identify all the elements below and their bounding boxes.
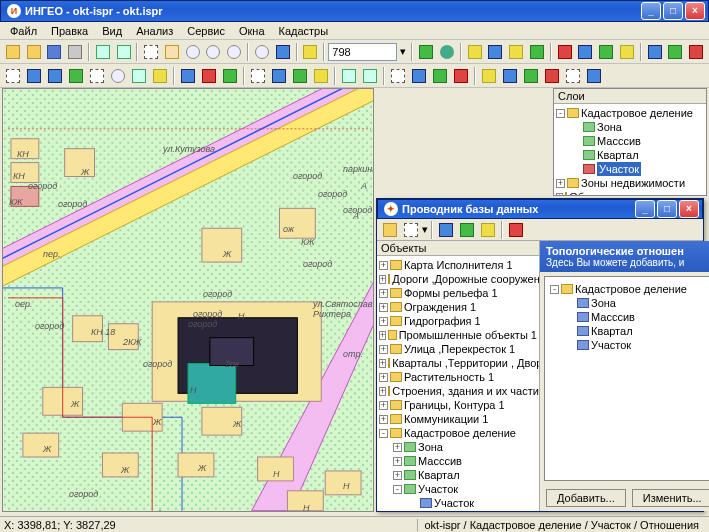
node-tool[interactable] bbox=[24, 66, 44, 86]
expand-icon[interactable]: + bbox=[556, 193, 563, 197]
relations-tree[interactable]: -Кадастровое делениеЗонаМасссивКварталУч… bbox=[544, 276, 709, 481]
menu-файл[interactable]: Файл bbox=[4, 24, 43, 38]
extend-tool[interactable] bbox=[220, 66, 240, 86]
child-maximize-button[interactable]: □ bbox=[657, 200, 677, 218]
db-cut-button[interactable] bbox=[478, 220, 498, 240]
arc-tool[interactable] bbox=[129, 66, 149, 86]
expand-icon[interactable]: + bbox=[393, 443, 402, 452]
ruler-tool[interactable] bbox=[301, 42, 321, 62]
tree-item[interactable]: +Коммуникации 1 bbox=[379, 412, 537, 426]
tool-k[interactable] bbox=[686, 42, 706, 62]
tree-item[interactable]: +Зона bbox=[379, 440, 537, 454]
expand-icon[interactable]: + bbox=[379, 359, 386, 368]
collapse-icon[interactable]: - bbox=[550, 285, 559, 294]
tree-item[interactable]: +Масссив bbox=[379, 454, 537, 468]
maximize-button[interactable]: □ bbox=[663, 2, 683, 20]
edit-i[interactable] bbox=[430, 66, 450, 86]
expand-icon[interactable]: + bbox=[379, 373, 388, 382]
map-canvas[interactable]: огородогородогородогородогородогородогор… bbox=[2, 88, 374, 512]
edit-c[interactable] bbox=[290, 66, 310, 86]
db-paste-button[interactable] bbox=[457, 220, 477, 240]
tree-item[interactable]: +Гидрография 1 bbox=[379, 314, 537, 328]
edit-k[interactable] bbox=[479, 66, 499, 86]
menu-вид[interactable]: Вид bbox=[96, 24, 128, 38]
edit-o[interactable] bbox=[563, 66, 583, 86]
tree-item[interactable]: +Ограждения 1 bbox=[379, 300, 537, 314]
expand-icon[interactable]: + bbox=[379, 317, 388, 326]
info-button[interactable] bbox=[437, 42, 457, 62]
tree-item[interactable]: +Строения, здания и их части 1 bbox=[379, 384, 537, 398]
dropdown-icon[interactable]: ▾ bbox=[398, 45, 408, 58]
layers-button[interactable] bbox=[416, 42, 436, 62]
layers-tree[interactable]: -Кадастровое делениеЗонаМасссивКварталУч… bbox=[554, 104, 706, 196]
tool-g[interactable] bbox=[596, 42, 616, 62]
edit-p[interactable] bbox=[584, 66, 604, 86]
zoom-out-tool[interactable] bbox=[204, 42, 224, 62]
tree-item[interactable]: +Растительность 1 bbox=[379, 370, 537, 384]
expand-icon[interactable]: + bbox=[379, 331, 386, 340]
tree-item[interactable]: Квартал bbox=[556, 148, 704, 162]
expand-icon[interactable]: + bbox=[379, 303, 388, 312]
edit-b[interactable] bbox=[269, 66, 289, 86]
tool-j[interactable] bbox=[665, 42, 685, 62]
menu-сервис[interactable]: Сервис bbox=[181, 24, 231, 38]
tree-item[interactable]: -Кадастровое деление bbox=[556, 106, 704, 120]
tool-i[interactable] bbox=[645, 42, 665, 62]
edit-g[interactable] bbox=[388, 66, 408, 86]
circle-tool[interactable] bbox=[108, 66, 128, 86]
scale-combo[interactable]: 798 bbox=[328, 43, 397, 61]
db-open-button[interactable] bbox=[380, 220, 400, 240]
tree-item[interactable]: +Промышленные объекты 1 bbox=[379, 328, 537, 342]
expand-icon[interactable]: + bbox=[379, 401, 388, 410]
tree-item[interactable]: +Карта Исполнителя 1 bbox=[379, 258, 537, 272]
menu-кадастры[interactable]: Кадастры bbox=[273, 24, 335, 38]
edit-h[interactable] bbox=[409, 66, 429, 86]
pointer-tool[interactable] bbox=[3, 66, 23, 86]
save-button[interactable] bbox=[44, 42, 64, 62]
print-button[interactable] bbox=[65, 42, 85, 62]
add-button[interactable]: Добавить... bbox=[546, 489, 626, 507]
pan-tool[interactable] bbox=[162, 42, 182, 62]
refresh-button[interactable] bbox=[273, 42, 293, 62]
db-new-button[interactable] bbox=[401, 220, 421, 240]
rect-tool[interactable] bbox=[87, 66, 107, 86]
tool-f[interactable] bbox=[576, 42, 596, 62]
tree-item[interactable]: Зона bbox=[550, 296, 709, 310]
tool-c[interactable] bbox=[506, 42, 526, 62]
edit-a[interactable] bbox=[248, 66, 268, 86]
expand-icon[interactable]: + bbox=[379, 415, 388, 424]
tree-item[interactable]: -Кадастровое деление bbox=[379, 426, 537, 440]
expand-icon[interactable]: + bbox=[379, 275, 386, 284]
select-tool[interactable] bbox=[141, 42, 161, 62]
line-tool[interactable] bbox=[45, 66, 65, 86]
poly-tool[interactable] bbox=[66, 66, 86, 86]
menu-окна[interactable]: Окна bbox=[233, 24, 271, 38]
tree-item[interactable]: +Дороги ,Дорожные сооружения 1 bbox=[379, 272, 537, 286]
tool-d[interactable] bbox=[527, 42, 547, 62]
expand-icon[interactable]: + bbox=[379, 261, 388, 270]
db-delete-button[interactable] bbox=[506, 220, 526, 240]
edit-m[interactable] bbox=[521, 66, 541, 86]
db-copy-button[interactable] bbox=[436, 220, 456, 240]
zoom-extent-tool[interactable] bbox=[224, 42, 244, 62]
tree-item[interactable]: Участок bbox=[379, 496, 537, 510]
objects-tree[interactable]: +Карта Исполнителя 1+Дороги ,Дорожные со… bbox=[377, 256, 539, 511]
trim-tool[interactable] bbox=[199, 66, 219, 86]
tree-item[interactable]: Масссив bbox=[550, 310, 709, 324]
edit-l[interactable] bbox=[500, 66, 520, 86]
dropdown-icon[interactable]: ▾ bbox=[422, 223, 428, 236]
tool-e[interactable] bbox=[555, 42, 575, 62]
close-button[interactable]: × bbox=[685, 2, 705, 20]
tree-item[interactable]: Квартал bbox=[550, 324, 709, 338]
tree-item[interactable]: +Квартал bbox=[379, 468, 537, 482]
expand-icon[interactable]: + bbox=[379, 387, 386, 396]
edit-j[interactable] bbox=[451, 66, 471, 86]
menu-анализ[interactable]: Анализ bbox=[130, 24, 179, 38]
tree-item[interactable]: Lot bbox=[379, 510, 537, 511]
tree-item[interactable]: +Формы рельефа 1 bbox=[379, 286, 537, 300]
tree-item[interactable]: +Зоны недвижимости bbox=[556, 176, 704, 190]
tree-item[interactable]: Зона bbox=[556, 120, 704, 134]
tree-item[interactable]: +Кварталы ,Территории , Дворы bbox=[379, 356, 537, 370]
tree-item[interactable]: +Объекты промышлен., коммунальн. и bbox=[556, 190, 704, 196]
edit-d[interactable] bbox=[311, 66, 331, 86]
